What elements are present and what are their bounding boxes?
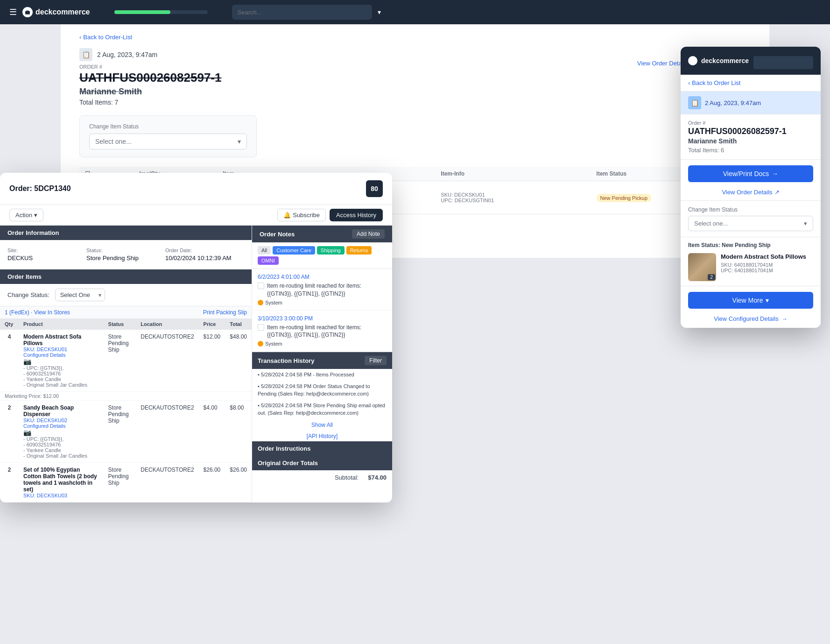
product-brand-1: - Yankee Candle: [23, 376, 99, 382]
order-date-row: 📋 2 Aug, 2023, 9:47am: [79, 48, 751, 61]
item-status-badge: New Pending Pickup: [597, 194, 652, 202]
panel-view-configured-details-link[interactable]: View Configured Details →: [681, 312, 821, 328]
col-qty: Qty: [0, 318, 19, 330]
panel-change-item-status: Change Item Status Select one... ▾: [681, 201, 821, 237]
status-select[interactable]: Select One: [55, 289, 105, 301]
row-product-1: Modern Abstract Sofa Pillows SKU: DECKSK…: [19, 330, 104, 392]
panel-back-arrow-icon: ‹: [688, 79, 690, 86]
nav-logo: deckcommerce: [22, 7, 90, 17]
panel-calendar-icon: 📋: [688, 96, 701, 109]
add-note-button[interactable]: Add Note: [352, 229, 385, 239]
system-dot-icon-1: [258, 300, 263, 305]
tab-customer-care[interactable]: Customer Care: [273, 246, 315, 255]
panel-chevron-down-icon: ▾: [766, 297, 769, 304]
col-total: Total: [225, 318, 252, 330]
subtotal-value: $74.00: [368, 474, 387, 481]
show-all-link[interactable]: Show All: [252, 419, 392, 431]
panel-view-order-details-link[interactable]: View Order Details ↗: [681, 186, 821, 201]
modal-title: Order: 5DCP1340: [9, 184, 71, 193]
back-to-order-list-link[interactable]: ‹ Back to Order-List: [79, 34, 751, 41]
panel-order-number: UATHFUS00026082597-1: [688, 127, 813, 136]
note-date-1[interactable]: 6/2/2023 4:01:00 AM: [258, 274, 387, 280]
fedex-label[interactable]: 1 (FedEx) · View In Stores: [5, 309, 70, 316]
order-info-grid: Site: DECKUS Status: Store Pending Ship …: [0, 240, 252, 269]
tab-shipping[interactable]: Shipping: [317, 246, 345, 255]
row-price-2: $4.00: [199, 401, 225, 463]
configured-details-1[interactable]: Configured Details: [23, 352, 99, 358]
transaction-item-3: 5/28/2024 2:04:58 PM Store Pending Ship …: [252, 400, 392, 419]
product-sku-3[interactable]: SKU: DECKSKU03: [23, 493, 99, 498]
tab-all[interactable]: All: [258, 246, 271, 255]
panel-external-link-icon: ↗: [774, 189, 780, 196]
action-chevron-icon: ▾: [34, 212, 37, 219]
configured-details-2[interactable]: Configured Details: [23, 423, 99, 429]
order-date-label: Order Date:: [165, 248, 244, 253]
hamburger-icon[interactable]: ☰: [9, 7, 17, 17]
row-qty-3: 2: [0, 463, 19, 502]
filter-button[interactable]: Filter: [365, 356, 387, 365]
change-item-status-dropdown[interactable]: Select one... ▾: [89, 134, 247, 149]
subscribe-icon: 🔔: [283, 212, 291, 219]
panel-order-info: Order # UATHFUS00026082597-1 Marianne Sm…: [681, 114, 821, 160]
panel-change-status-label: Change Item Status: [688, 206, 813, 213]
order-date-value: 10/02/2024 10:12:39 AM: [165, 255, 244, 262]
note-content-1: Item re-routing limit reached for items:…: [258, 282, 387, 298]
panel-view-print-docs-button[interactable]: View/Print Docs →: [688, 165, 813, 182]
row-status-3: Store Pending Ship: [104, 463, 136, 502]
totals-row: Subtotal: $74.00: [252, 470, 392, 485]
panel-back-link[interactable]: ‹ Back to Order List: [681, 75, 821, 92]
print-packing-slip-link[interactable]: Print Packing Slip: [203, 309, 247, 316]
table-row-marketing: Marketing Price: $12.00: [0, 392, 252, 401]
note-entry-1: 6/2/2023 4:01:00 AM Item re-routing limi…: [252, 269, 392, 311]
product-gtin-2: - 609032519476: [23, 442, 99, 447]
panel-item-section: Item Status: New Pending Ship 2 Modern A…: [681, 237, 821, 286]
product-sku-2[interactable]: SKU: DECKSKU02: [23, 418, 99, 423]
note-date-2[interactable]: 3/10/2023 3:00:00 PM: [258, 315, 387, 322]
action-button[interactable]: Action ▾: [9, 209, 43, 221]
change-item-status-section: Change Item Status Select one... ▾: [79, 115, 257, 157]
marketing-price-1: Marketing Price: $12.00: [5, 393, 59, 399]
change-item-status-label: Change Item Status: [89, 123, 247, 130]
row-price-3: $26.00: [199, 463, 225, 502]
panel-status-dropdown[interactable]: Select one... ▾: [688, 216, 813, 231]
subscribe-button[interactable]: 🔔 Subscribe: [277, 209, 326, 221]
modal-left-panel: Order Information Site: DECKUS Status: S…: [0, 226, 252, 502]
order-date-info: Order Date: 10/02/2024 10:12:39 AM: [165, 248, 244, 262]
panel-dropdown-chevron-icon: ▾: [804, 220, 807, 227]
panel-view-more-button[interactable]: View More ▾: [688, 292, 813, 309]
nav-chevron-icon[interactable]: ▾: [378, 8, 381, 16]
panel-total-items: Total Items: 6: [688, 147, 813, 154]
col-product: Product: [19, 318, 104, 330]
access-history-button[interactable]: Access History: [330, 209, 383, 221]
row-location-2: DECKAUTOSTORE2: [136, 401, 198, 463]
note-entry-2: 3/10/2023 3:00:00 PM Item re-routing lim…: [252, 311, 392, 352]
product-sku-1[interactable]: SKU: DECKSKU01: [23, 347, 99, 352]
table-row: 2 Set of 100% Egyptian Cotton Bath Towel…: [0, 463, 252, 502]
panel-item-sku: SKU: 640188017041M: [721, 262, 813, 268]
calendar-icon: 📋: [79, 48, 92, 61]
camera-icon-1[interactable]: 📷: [23, 358, 31, 365]
col-status: Status: [104, 318, 136, 330]
tab-returns[interactable]: Returns: [346, 246, 372, 255]
modal-right-panel: Order Notes Add Note All Customer Care S…: [252, 226, 392, 502]
site-value: DECKUS: [7, 255, 86, 262]
item-sku: SKU: DECKSKU01: [441, 192, 585, 198]
dropdown-chevron-icon: ▾: [238, 138, 241, 145]
note-checkbox-1[interactable]: [258, 283, 264, 289]
camera-icon-2[interactable]: 📷: [23, 429, 31, 436]
note-checkbox-2[interactable]: [258, 324, 264, 331]
api-history-link[interactable]: [API History]: [252, 431, 392, 441]
order-date-text: 2 Aug, 2023, 9:47am: [97, 51, 157, 58]
panel-item-status-label: Item Status: New Pending Ship: [688, 242, 813, 248]
nav-search-input[interactable]: [232, 5, 372, 20]
transaction-item-1: 5/28/2024 2:04:58 PM - Items Processed: [252, 369, 392, 381]
order-information-header: Order Information: [0, 226, 252, 240]
change-status-bar: Change Status: Select One: [0, 284, 252, 306]
product-upc-2: - UPC: {{GTIN3}},: [23, 436, 99, 442]
nav-progress-fill: [114, 10, 170, 14]
modal-body: Order Information Site: DECKUS Status: S…: [0, 226, 392, 502]
note-text-2: Item re-routing limit reached for items:…: [267, 324, 387, 340]
row-price-1: $12.00: [199, 330, 225, 392]
tab-omni[interactable]: OMNI: [258, 256, 279, 265]
product-upc-1: - UPC: {{GTIN3}},: [23, 365, 99, 371]
